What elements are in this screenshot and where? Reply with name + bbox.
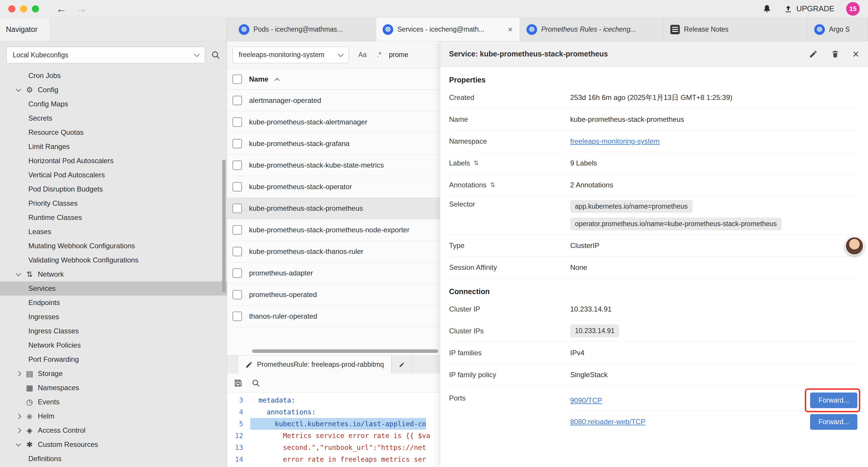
tree-item[interactable]: Ingress Classes: [0, 324, 227, 338]
forward-button[interactable]: Forward...: [810, 392, 857, 408]
namespace-selector-value: freeleaps-monitoring-system: [239, 51, 324, 59]
cluster-tab[interactable]: Prometheus Rules - icecheng...: [520, 18, 664, 41]
edit-button[interactable]: [809, 50, 818, 59]
tree-item[interactable]: Secrets: [0, 111, 227, 125]
row-checkbox[interactable]: [232, 204, 242, 213]
delete-button[interactable]: [831, 50, 840, 59]
tree-item[interactable]: Config Maps: [0, 97, 227, 111]
row-checkbox[interactable]: [232, 225, 242, 235]
row-checkbox[interactable]: [232, 268, 242, 278]
upgrade-icon: [784, 4, 793, 13]
cluster-ips-row: Cluster IPs 10.233.14.91: [449, 320, 859, 342]
editor-search-button[interactable]: [251, 379, 260, 387]
row-checkbox[interactable]: [232, 160, 242, 170]
tree-item[interactable]: Limit Ranges: [0, 140, 227, 154]
navigator-tab[interactable]: Navigator: [0, 18, 50, 41]
floating-avatar[interactable]: [845, 236, 864, 255]
cluster-tab[interactable]: Release Notes: [664, 18, 808, 41]
row-checkbox[interactable]: [232, 96, 242, 105]
cluster-tab[interactable]: Pods - icecheng@mathmas...: [232, 18, 376, 41]
expand-toggle-icon[interactable]: ⇅: [490, 181, 495, 189]
notification-badge[interactable]: 15: [846, 2, 860, 16]
tree-item[interactable]: ✱ Custom Resources: [0, 437, 227, 451]
row-checkbox[interactable]: [232, 290, 242, 299]
row-checkbox[interactable]: [232, 247, 242, 256]
sidebar-scrollbar-thumb[interactable]: [222, 159, 226, 293]
row-checkbox[interactable]: [232, 182, 242, 192]
upgrade-button[interactable]: UPGRADE: [784, 4, 834, 13]
tree-item[interactable]: Cron Jobs: [0, 68, 227, 83]
save-button[interactable]: [234, 379, 243, 387]
kubeconfig-selector[interactable]: Local Kubeconfigs: [6, 47, 205, 63]
namespace-link[interactable]: freeleaps-monitoring-system: [570, 137, 660, 145]
line-number: 3: [227, 394, 250, 406]
tree-item[interactable]: Mutating Webhook Configurations: [0, 239, 227, 253]
sidebar-search-button[interactable]: [211, 50, 220, 60]
forward-button[interactable]: →: [76, 4, 87, 14]
row-checkbox[interactable]: [232, 139, 242, 148]
zoom-window-button[interactable]: [32, 5, 39, 12]
row-checkbox[interactable]: [232, 312, 242, 321]
row-checkbox[interactable]: [232, 117, 242, 127]
tree-item[interactable]: Vertical Pod Autoscalers: [0, 168, 227, 182]
forward-button-highlight: Forward...: [810, 414, 857, 430]
close-window-button[interactable]: [8, 5, 16, 12]
type-row: Type ClusterIP: [449, 235, 859, 257]
session-affinity-value: None: [570, 263, 859, 272]
forward-button[interactable]: Forward...: [810, 414, 857, 430]
tree-item[interactable]: ◷ Events: [0, 395, 227, 409]
namespace-selector[interactable]: freeleaps-monitoring-system: [232, 47, 349, 63]
chevron-icon: [13, 269, 24, 280]
chevron-icon: [13, 368, 24, 379]
tree-item[interactable]: Services: [0, 282, 227, 296]
port-link[interactable]: 8080:reloader-web/TCP: [570, 418, 646, 426]
regex-toggle[interactable]: .*: [374, 50, 383, 60]
tree-item[interactable]: Leases: [0, 225, 227, 239]
select-all-checkbox[interactable]: [232, 75, 242, 84]
tree-item[interactable]: Resource Quotas: [0, 125, 227, 140]
back-button[interactable]: ←: [56, 4, 67, 14]
tree-item[interactable]: ⎈ Helm: [0, 409, 227, 423]
dock-tab-prometheusrule[interactable]: PrometheusRule: freeleaps-prod-rabbitmq: [238, 356, 392, 374]
close-panel-button[interactable]: ×: [852, 49, 859, 60]
match-case-toggle[interactable]: Aa: [356, 50, 369, 60]
cluster-tab[interactable]: Argo S: [808, 18, 868, 41]
namespace-row: Namespace freeleaps-monitoring-system: [449, 130, 859, 152]
tree-item[interactable]: Priority Classes: [0, 196, 227, 210]
tree-item[interactable]: Pod Disruption Budgets: [0, 182, 227, 196]
ip-family-policy-label: IP family policy: [449, 371, 570, 379]
line-number: 12: [227, 430, 250, 442]
ip-families-row: IP families IPv4: [449, 342, 859, 364]
tree-item[interactable]: ⇅ Network: [0, 267, 227, 282]
tab-label: Pods - icecheng@mathmas...: [253, 25, 369, 33]
close-tab-icon[interactable]: [507, 25, 513, 34]
port-link[interactable]: 9090/TCP: [570, 396, 602, 405]
save-icon: [234, 379, 243, 387]
tree-item[interactable]: Port Forwarding: [0, 352, 227, 367]
tree-item-label: Mutating Webhook Configurations: [28, 242, 135, 250]
detail-body: Properties Created 253d 16h 6m ago (2025…: [440, 67, 868, 467]
tree-item[interactable]: Horizontal Pod Autoscalers: [0, 154, 227, 168]
tree-item-label: Port Forwarding: [28, 355, 79, 363]
tree-item[interactable]: Endpoints: [0, 296, 227, 310]
tree-item[interactable]: Runtime Classes: [0, 210, 227, 225]
tree-item[interactable]: ▤ Storage: [0, 367, 227, 381]
tree-item[interactable]: Validating Webhook Configurations: [0, 253, 227, 267]
trash-icon: [831, 50, 840, 59]
notifications-bell-button[interactable]: [762, 4, 772, 14]
labels-value: 9 Labels: [570, 159, 859, 167]
horizontal-scrollbar-thumb[interactable]: [252, 349, 438, 353]
tree-item[interactable]: Ingresses: [0, 310, 227, 324]
tree-item[interactable]: Definitions: [0, 451, 227, 466]
tree-item[interactable]: Network Policies: [0, 338, 227, 352]
dock-tab-next[interactable]: [392, 356, 412, 374]
tree-item-label: Pod Disruption Budgets: [28, 185, 103, 193]
name-column-header[interactable]: Name: [249, 75, 268, 83]
cluster-tab[interactable]: Services - icecheng@math...: [376, 18, 520, 41]
minimize-window-button[interactable]: [20, 5, 27, 12]
tree-item[interactable]: ⚙ Config: [0, 83, 227, 97]
tree-item[interactable]: ▦ Namespaces: [0, 381, 227, 395]
expand-toggle-icon[interactable]: ⇅: [473, 159, 479, 167]
events-icon: ◷: [24, 397, 35, 407]
tree-item[interactable]: ◈ Access Control: [0, 423, 227, 437]
